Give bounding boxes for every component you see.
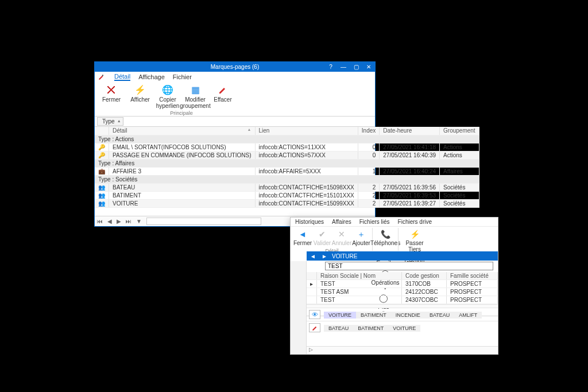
cell-dateheure: 27/05/2021 16:41:18 (380, 143, 440, 151)
menu-fichier[interactable]: Fichier (173, 73, 192, 80)
annuler-button: ✕ Annuler (332, 228, 351, 248)
cell-lien: infocob:CONTACTFICHE=15098XXX (255, 183, 358, 191)
valider-button: ✔ Valider (312, 228, 332, 248)
tab-affaires[interactable]: Affaires (332, 219, 351, 225)
col-index[interactable]: Index (358, 127, 379, 135)
col-raison[interactable]: Raison Sociale | Nom (317, 272, 402, 280)
search-input[interactable] (325, 262, 493, 270)
nav-filter-icon[interactable]: ▼ (136, 218, 142, 224)
tag-chip[interactable]: VOITURE (324, 312, 356, 319)
tag-chip[interactable]: BATIMENT (356, 312, 391, 319)
copier-label-2: hyperlien (156, 103, 180, 110)
table-row[interactable]: 🔑PASSAGE EN COMMANDE (INFOCOB SOLUTIONS)… (95, 151, 479, 159)
modifier-groupement-button[interactable]: ▦ Modifier groupement (182, 83, 208, 110)
status-input[interactable] (146, 218, 261, 225)
cell-groupement: Sociétés (440, 191, 479, 199)
pencil-icon[interactable] (309, 323, 320, 332)
nav-last-icon[interactable]: ⏭ (126, 218, 131, 224)
ribbon-group-label: Principale (170, 110, 193, 116)
fermer-button[interactable]: ◄ Fermer (293, 228, 312, 248)
copier-label-1: Copier (159, 97, 176, 103)
table-row[interactable]: 🔑EMAIL \ SORTANT(INFOCOB SOLUTIONS)infoc… (95, 143, 479, 151)
nav-prev-icon[interactable]: ◀ (107, 218, 112, 224)
tag-chip[interactable]: BATIMENT (353, 325, 388, 332)
cell-code: 24122COBC (402, 288, 447, 296)
close-icon[interactable]: ✕ (362, 62, 375, 72)
passer-label-1: Passer Tiers (401, 240, 428, 253)
nav-back-icon[interactable]: ◄ (309, 253, 317, 259)
cancel-icon: ✕ (336, 229, 347, 239)
grouping-chip-type[interactable]: Type (97, 117, 123, 126)
nav-first-icon[interactable]: ⏮ (97, 218, 103, 224)
tag-chip[interactable]: AMLIFT (454, 312, 482, 319)
window-controls: ? — ▢ ✕ (324, 62, 375, 72)
tab-fichiers-drive[interactable]: Fichiers drive (398, 219, 432, 225)
col-dateheure[interactable]: Date-heure (380, 127, 440, 135)
close-red-icon: 🞪 (106, 84, 117, 96)
effacer-button[interactable]: Effacer (210, 83, 236, 110)
cell-index: 0 (358, 151, 379, 159)
tag-row-edit: BATEAUBATIMENTVOITURE (307, 321, 498, 334)
cell-detail: BATEAU (109, 183, 256, 191)
cell-lien: infocob:CONTACTFICHE=15099XXX (255, 199, 358, 207)
menu-affichage[interactable]: Affichage (138, 73, 165, 80)
afficher-button[interactable]: ⚡ Afficher (127, 83, 153, 110)
back-arrow-icon: ◄ (297, 229, 308, 239)
window-titlebar[interactable]: Marques-pages (6) ? — ▢ ✕ (95, 62, 375, 72)
col-famille[interactable]: Famille société (447, 272, 498, 280)
ribbon-group-principale: ⚡ Afficher 🌐 Copier hyperlien ▦ Modifier… (127, 83, 236, 116)
col-code[interactable]: Code gestion (402, 272, 447, 280)
bookmarks-window: Marques-pages (6) ? — ▢ ✕ Détail Afficha… (94, 61, 376, 227)
telephones-button[interactable]: 📞 Téléphones (374, 228, 397, 248)
nav-forward-icon[interactable]: ► (320, 253, 328, 259)
ajouter-button[interactable]: ＋ Ajouter (351, 228, 371, 248)
cell-raison: TEST (317, 280, 402, 288)
col-sel[interactable] (307, 272, 317, 280)
bookmarks-table: Détail Lien Index Date-heure Groupement … (95, 127, 479, 208)
cell-index: 2 (358, 191, 379, 199)
side-gutter (291, 261, 307, 354)
cell-groupement: Actions (440, 151, 479, 159)
cell-lien: infocob:AFFAIRE=5XXX (255, 167, 358, 175)
effacer-label: Effacer (214, 97, 232, 103)
check-icon: ✔ (317, 229, 327, 239)
tag-chip[interactable]: BATEAU (425, 312, 454, 319)
nav-next-icon[interactable]: ▶ (117, 218, 121, 224)
eye-icon[interactable]: 👁 (309, 310, 320, 319)
menu-detail[interactable]: Détail (114, 73, 130, 81)
col-lien[interactable]: Lien (255, 127, 358, 135)
tag-chip[interactable]: INCENDIE (391, 312, 425, 319)
table-row[interactable]: 👥VOITUREinfocob:CONTACTFICHE=15099XXX227… (95, 199, 479, 207)
copier-hyperlien-button[interactable]: 🌐 Copier hyperlien (154, 83, 181, 110)
col-detail[interactable]: Détail (109, 127, 256, 135)
table-row[interactable]: TEST ASM24122COBCPROSPECT (307, 288, 498, 296)
row-marker (307, 296, 317, 304)
minimize-icon[interactable]: — (337, 62, 350, 72)
tab-fichiers-lies[interactable]: Fichiers liés (359, 219, 390, 225)
table-row[interactable]: 💼AFFAIRE 3infocob:AFFAIRE=5XXX127/05/202… (95, 167, 479, 175)
table-row[interactable]: ▸TEST3170COBPROSPECT (307, 280, 498, 288)
table-row[interactable]: TEST24307COBCPROSPECT (307, 296, 498, 304)
row-marker: ▸ (307, 280, 317, 288)
cell-lien: infocob:CONTACTFICHE=15101XXX (255, 191, 358, 199)
svg-rect-0 (102, 75, 103, 76)
detail-content: ◄ ► VOITURE Raison Sociale | Nom Code ge… (307, 251, 498, 354)
maximize-icon[interactable]: ▢ (350, 62, 362, 72)
tag-chip[interactable]: BATEAU (324, 325, 353, 332)
group-row[interactable]: Type : Sociétés (95, 175, 479, 183)
group-row[interactable]: Type : Actions (95, 135, 479, 143)
group-row[interactable]: Type : Affaires (95, 159, 479, 167)
tag-chip[interactable]: VOITURE (388, 325, 420, 332)
cell-detail: PASSAGE EN COMMANDE (INFOCOB SOLUTIONS) (109, 151, 256, 159)
tab-historiques[interactable]: Historiques (295, 219, 324, 225)
table-row[interactable]: 👥BATIMENTinfocob:CONTACTFICHE=15101XXX22… (95, 191, 479, 199)
help-icon[interactable]: ? (324, 62, 337, 72)
col-icon[interactable] (95, 127, 109, 135)
cell-groupement: Actions (440, 143, 479, 151)
fermer-button[interactable]: 🞪 Fermer (98, 83, 125, 116)
table-row[interactable]: 👥BATEAUinfocob:CONTACTFICHE=15098XXX227/… (95, 183, 479, 191)
col-groupement[interactable]: Groupement (440, 127, 479, 135)
erase-icon (217, 84, 229, 96)
bolt-icon: ⚡ (134, 84, 146, 96)
cell-dateheure: 27/05/2021 16:39:56 (380, 183, 440, 191)
